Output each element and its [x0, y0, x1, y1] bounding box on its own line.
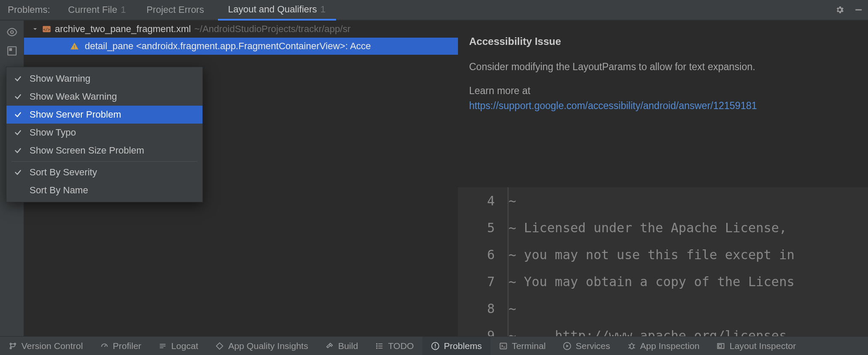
- toolwindow-app-inspection[interactable]: App Inspection: [619, 337, 708, 355]
- svg-line-31: [633, 347, 635, 348]
- code-column: ~~ Licensed under the Apache License,~ y…: [508, 187, 868, 336]
- check-icon: [14, 129, 24, 136]
- toolwindow-label: Build: [338, 341, 358, 351]
- line-number: 5: [458, 214, 495, 241]
- list-icon: [375, 342, 384, 350]
- check-icon: [14, 93, 24, 101]
- code-line: ~: [508, 295, 868, 322]
- menu-item-label: Show Weak Warning: [30, 91, 117, 102]
- tab-label: Project Errors: [146, 4, 204, 15]
- svg-rect-20: [435, 344, 436, 347]
- code-line: ~: [508, 187, 868, 214]
- toolwindow-services[interactable]: Services: [554, 337, 619, 355]
- svg-marker-25: [566, 344, 568, 347]
- line-number: 4: [458, 187, 495, 214]
- chevron-down-icon: [32, 26, 39, 33]
- toolwindow-app-quality-insights[interactable]: App Quality Insights: [207, 337, 317, 355]
- layout-icon: [716, 342, 725, 350]
- inspections-view-icon[interactable]: [6, 27, 18, 38]
- gear-icon: [835, 5, 844, 15]
- menu-item[interactable]: Sort By Severity: [6, 163, 202, 181]
- warn-icon: [431, 342, 440, 350]
- detail-title: Accessibility Issue: [469, 33, 857, 49]
- toolwindow-label: App Inspection: [640, 341, 700, 351]
- toolwindow-profiler[interactable]: Profiler: [92, 337, 150, 355]
- filter-popup: Show WarningShow Weak WarningShow Server…: [6, 67, 203, 202]
- check-icon: [14, 75, 24, 83]
- menu-item[interactable]: Show Typo: [6, 124, 202, 142]
- learn-more-label: Learn more at: [469, 85, 530, 96]
- line-number: 9: [458, 322, 495, 336]
- line-number-column: 456789: [458, 187, 508, 336]
- svg-line-30: [628, 347, 630, 348]
- tree-view-icon[interactable]: [6, 45, 18, 56]
- issue-detail-panel: Accessibility Issue Consider modifying t…: [458, 21, 868, 336]
- xml-file-icon: </>: [42, 24, 51, 34]
- file-row[interactable]: </> archive_two_pane_fragment.xml ~/Andr…: [24, 21, 458, 38]
- menu-item[interactable]: Show Screen Size Problem: [6, 142, 202, 160]
- settings-button[interactable]: [830, 0, 849, 20]
- menu-item-label: Show Screen Size Problem: [30, 145, 144, 156]
- tab-project-errors[interactable]: Project Errors: [136, 0, 217, 20]
- diamond-icon: [215, 342, 224, 350]
- svg-point-1: [10, 31, 13, 34]
- svg-text:</>: </>: [43, 27, 51, 32]
- svg-point-26: [630, 344, 633, 349]
- toolwindow-label: App Quality Insights: [228, 341, 308, 351]
- line-number: 7: [458, 268, 495, 295]
- code-line: ~ you may not use this file except in: [508, 241, 868, 268]
- menu-item-label: Show Warning: [30, 73, 90, 84]
- toolwindow-label: Profiler: [113, 341, 142, 351]
- toolwindow-label: Problems: [444, 341, 482, 351]
- code-preview[interactable]: 456789 ~~ Licensed under the Apache Lice…: [458, 187, 868, 336]
- tab-layout-qualifiers[interactable]: Layout and Qualifiers 1: [218, 0, 336, 21]
- branch-icon: [9, 342, 17, 350]
- minimize-button[interactable]: [849, 0, 868, 20]
- minimize-icon: [854, 5, 863, 15]
- code-line: ~ http://www.apache.org/licenses: [508, 322, 868, 336]
- svg-rect-3: [9, 48, 12, 51]
- toolwindow-build[interactable]: Build: [317, 337, 367, 355]
- toolwindow-label: Terminal: [512, 341, 546, 351]
- file-path: ~/AndroidStudioProjects/trackr/app/sr: [194, 24, 351, 35]
- tab-label: Current File: [68, 4, 117, 15]
- menu-item[interactable]: Show Warning: [6, 70, 202, 88]
- toolwindow-label: Logcat: [171, 341, 198, 351]
- menu-item-label: Sort By Name: [30, 185, 88, 196]
- file-name: archive_two_pane_fragment.xml: [55, 24, 191, 35]
- toolwindow-label: TODO: [388, 341, 414, 351]
- menu-item-label: Show Typo: [30, 127, 76, 138]
- svg-rect-21: [435, 347, 436, 348]
- issue-row[interactable]: detail_pane <androidx.fragment.app.Fragm…: [24, 38, 458, 55]
- toolwindow-label: Version Control: [21, 341, 83, 351]
- menu-item[interactable]: Sort By Name: [6, 181, 202, 199]
- check-icon: [14, 147, 24, 154]
- menu-item[interactable]: Show Server Problem: [6, 106, 202, 124]
- svg-rect-33: [719, 344, 722, 347]
- menu-item[interactable]: Show Weak Warning: [6, 88, 202, 106]
- svg-point-7: [10, 347, 11, 349]
- bottom-tool-strip: Version ControlProfilerLogcatApp Quality…: [0, 336, 868, 355]
- play-icon: [563, 342, 571, 350]
- detail-body: Consider modifying the LayoutParams to a…: [469, 59, 857, 75]
- learn-more-link[interactable]: https://support.google.com/accessibility…: [469, 100, 757, 111]
- issue-text: detail_pane <androidx.fragment.app.Fragm…: [85, 41, 371, 52]
- toolwindow-terminal[interactable]: Terminal: [490, 337, 554, 355]
- code-line: ~ Licensed under the Apache License,: [508, 214, 868, 241]
- term-icon: [499, 342, 508, 350]
- toolwindow-problems[interactable]: Problems: [422, 337, 490, 355]
- menu-item-label: Sort By Severity: [30, 167, 97, 178]
- line-number: 8: [458, 295, 495, 322]
- lines-icon: [158, 342, 167, 350]
- toolwindow-label: Services: [576, 341, 610, 351]
- svg-point-17: [376, 346, 377, 346]
- tab-count: 1: [321, 4, 326, 15]
- toolwindow-label: Layout Inspector: [729, 341, 796, 351]
- toolwindow-logcat[interactable]: Logcat: [150, 337, 207, 355]
- bug-icon: [627, 342, 636, 350]
- toolwindow-layout-inspector[interactable]: Layout Inspector: [708, 337, 804, 355]
- tab-current-file[interactable]: Current File 1: [58, 0, 136, 20]
- toolwindow-todo[interactable]: TODO: [367, 337, 422, 355]
- problems-label: Problems:: [0, 0, 58, 20]
- toolwindow-version-control[interactable]: Version Control: [0, 337, 92, 355]
